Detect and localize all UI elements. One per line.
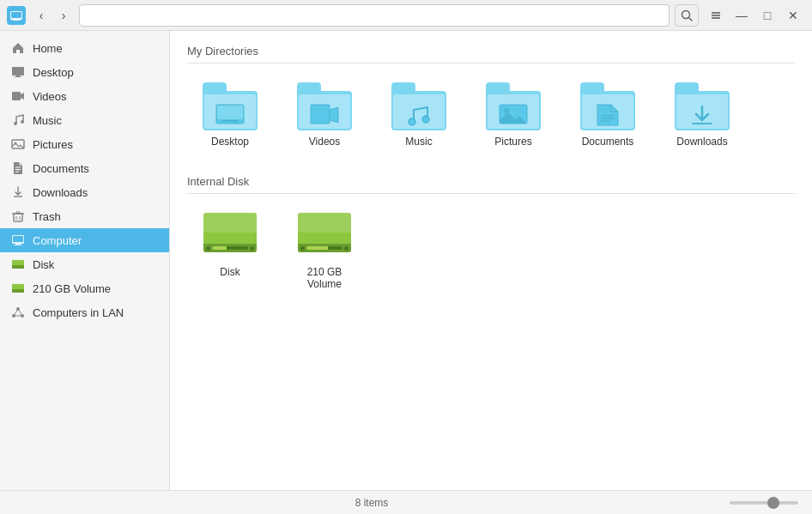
sidebar-item-videos[interactable]: Videos bbox=[0, 84, 169, 108]
sidebar-item-trash[interactable]: Trash bbox=[0, 204, 169, 228]
documents-icon bbox=[10, 160, 26, 176]
item-count: 8 items bbox=[14, 497, 730, 509]
trash-icon bbox=[10, 209, 26, 224]
sidebar-item-computers-lan[interactable]: Computers in LAN bbox=[0, 300, 169, 324]
main-area: Home Desktop Videos bbox=[0, 31, 812, 490]
sidebar-item-documents[interactable]: Documents bbox=[0, 156, 169, 180]
disk-sidebar-icon bbox=[10, 257, 26, 272]
svg-rect-28 bbox=[14, 245, 22, 245]
svg-rect-41 bbox=[221, 120, 239, 122]
svg-rect-21 bbox=[14, 214, 22, 221]
sidebar-item-downloads[interactable]: Downloads bbox=[0, 180, 169, 204]
sidebar-item-disk[interactable]: Disk bbox=[0, 252, 169, 276]
disk-icon bbox=[203, 213, 258, 261]
menu-icon bbox=[710, 9, 722, 21]
music-folder-icon bbox=[391, 82, 446, 130]
disk-item[interactable]: Disk bbox=[187, 206, 273, 297]
svg-point-43 bbox=[409, 118, 415, 125]
slider-thumb[interactable] bbox=[767, 497, 779, 509]
sidebar-item-music[interactable]: Music bbox=[0, 108, 169, 132]
zoom-slider[interactable] bbox=[730, 501, 798, 505]
svg-line-36 bbox=[14, 309, 18, 316]
maximize-button[interactable]: □ bbox=[755, 4, 779, 27]
sidebar-item-home[interactable]: Home bbox=[0, 36, 169, 60]
svg-point-14 bbox=[21, 120, 24, 124]
slider-track[interactable] bbox=[730, 501, 798, 505]
svg-rect-30 bbox=[12, 265, 24, 269]
svg-rect-42 bbox=[311, 105, 330, 124]
svg-rect-32 bbox=[12, 289, 24, 293]
app-icon bbox=[7, 6, 26, 25]
sidebar-item-pictures[interactable]: Pictures bbox=[0, 132, 169, 156]
svg-rect-26 bbox=[13, 236, 23, 242]
svg-rect-3 bbox=[12, 20, 21, 21]
svg-line-5 bbox=[689, 17, 693, 21]
desktop-folder-icon bbox=[203, 82, 258, 130]
210gb-icon bbox=[297, 213, 352, 261]
210gb-label: 210 GBVolume bbox=[307, 266, 342, 290]
svg-rect-40 bbox=[217, 106, 243, 119]
nav-buttons: ‹ › bbox=[31, 5, 74, 26]
svg-rect-12 bbox=[12, 92, 21, 100]
videos-folder-icon bbox=[297, 82, 352, 130]
210gb-item[interactable]: 210 GBVolume bbox=[282, 206, 367, 297]
address-bar[interactable] bbox=[79, 4, 670, 27]
pictures-folder-icon bbox=[486, 82, 541, 130]
desktop-folder-item[interactable]: Desktop bbox=[187, 76, 273, 154]
svg-line-37 bbox=[18, 309, 22, 316]
pictures-icon bbox=[10, 136, 26, 152]
svg-point-44 bbox=[422, 116, 429, 123]
downloads-icon bbox=[10, 184, 26, 200]
sidebar-item-desktop[interactable]: Desktop bbox=[0, 60, 169, 84]
documents-folder-item[interactable]: Documents bbox=[565, 76, 651, 154]
downloads-folder-item[interactable]: Downloads bbox=[659, 76, 745, 154]
menu-button[interactable] bbox=[704, 4, 728, 27]
internal-disk-title: Internal Disk bbox=[187, 175, 795, 194]
window-controls: — □ ✕ bbox=[704, 4, 805, 27]
sidebar-item-210gb[interactable]: 210 GB Volume bbox=[0, 276, 169, 300]
back-button[interactable]: ‹ bbox=[31, 5, 52, 26]
lan-icon bbox=[10, 305, 26, 320]
svg-rect-9 bbox=[12, 67, 24, 76]
sidebar: Home Desktop Videos bbox=[0, 31, 170, 490]
statusbar: 8 items bbox=[0, 490, 812, 514]
svg-rect-1 bbox=[11, 12, 21, 18]
sidebar-item-computer[interactable]: Computer bbox=[0, 228, 169, 252]
pictures-folder-item[interactable]: Pictures bbox=[470, 76, 556, 154]
documents-folder-icon bbox=[580, 82, 635, 130]
music-folder-item[interactable]: Music bbox=[376, 76, 462, 154]
content-area: My Directories Desktop bbox=[170, 31, 812, 490]
internal-disk-grid: Disk 210 GBVol bbox=[187, 206, 795, 297]
videos-folder-item[interactable]: Videos bbox=[282, 76, 367, 154]
volume-icon bbox=[10, 281, 26, 296]
music-icon bbox=[10, 112, 26, 128]
titlebar: ‹ › — □ ✕ bbox=[0, 0, 812, 31]
videos-icon bbox=[10, 88, 26, 104]
desktop-icon bbox=[10, 64, 26, 80]
svg-point-13 bbox=[14, 122, 17, 125]
my-directories-grid: Desktop Videos bbox=[187, 76, 795, 154]
computer-icon bbox=[10, 233, 26, 248]
downloads-folder-icon bbox=[675, 82, 730, 130]
search-button[interactable] bbox=[675, 4, 699, 27]
search-icon bbox=[681, 9, 693, 21]
forward-button[interactable]: › bbox=[53, 5, 74, 26]
close-button[interactable]: ✕ bbox=[781, 4, 805, 27]
minimize-button[interactable]: — bbox=[730, 4, 754, 27]
my-directories-title: My Directories bbox=[187, 45, 795, 63]
svg-rect-11 bbox=[16, 76, 20, 77]
home-icon bbox=[10, 40, 26, 56]
